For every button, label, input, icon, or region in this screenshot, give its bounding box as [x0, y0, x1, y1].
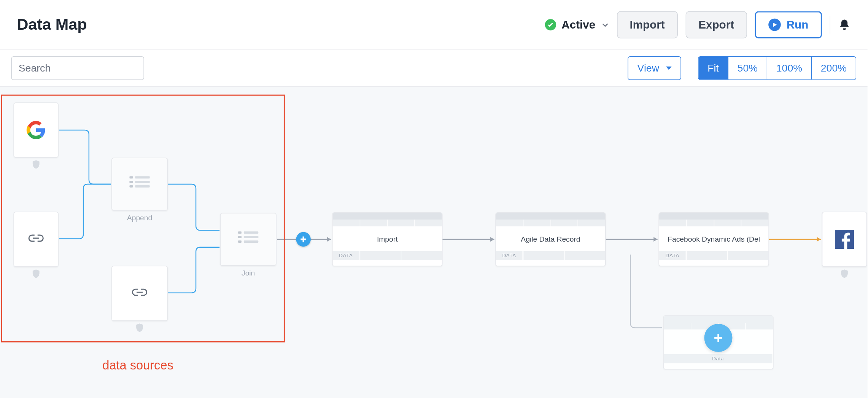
svg-marker-3	[817, 237, 820, 242]
facebook-icon	[835, 230, 854, 249]
stage-facebook-ads[interactable]: Facebook Dynamic Ads (Del DATA	[659, 212, 769, 266]
zoom-group: Fit 50% 100% 200%	[698, 56, 856, 80]
data-tag: Data	[664, 354, 773, 363]
zoom-50-button[interactable]: 50%	[728, 57, 767, 79]
shield-icon	[839, 269, 850, 279]
view-dropdown[interactable]: View	[628, 56, 681, 80]
sub-toolbar: View Fit 50% 100% 200%	[0, 50, 868, 87]
shield-icon	[31, 159, 41, 170]
stage-fb-title: Facebook Dynamic Ads (Del	[659, 226, 768, 251]
divider	[830, 16, 830, 33]
shield-icon	[135, 323, 145, 333]
append-node[interactable]: Append	[111, 158, 168, 210]
status-label: Active	[561, 18, 595, 31]
data-tag: DATA	[659, 251, 686, 260]
chevron-down-icon	[601, 21, 609, 29]
page-title: Data Map	[17, 16, 87, 33]
table-icon	[238, 231, 258, 247]
table-icon	[129, 176, 149, 192]
header-bar: Data Map Active Import Export Run	[0, 0, 868, 50]
shield-icon	[31, 269, 41, 279]
check-circle-icon	[545, 19, 556, 30]
run-label: Run	[787, 18, 809, 31]
source-google[interactable]	[14, 102, 59, 158]
annotation-label: data sources	[102, 358, 173, 373]
svg-marker-2	[653, 237, 657, 242]
add-node-button[interactable]	[296, 232, 310, 247]
bell-icon[interactable]	[838, 19, 851, 31]
run-button[interactable]: Run	[755, 11, 822, 38]
sub-toolbar-right: View Fit 50% 100% 200%	[628, 56, 856, 80]
import-button[interactable]: Import	[617, 11, 677, 38]
link-icon	[26, 232, 46, 247]
stage-import[interactable]: Import DATA	[332, 212, 442, 266]
source-link-1[interactable]	[14, 212, 59, 267]
stage-add-placeholder[interactable]: Data	[663, 315, 773, 369]
join-label: Join	[242, 269, 255, 277]
svg-marker-0	[327, 237, 331, 242]
destination-facebook[interactable]	[822, 212, 867, 267]
export-button[interactable]: Export	[685, 11, 747, 38]
search-input[interactable]	[11, 56, 144, 80]
header-actions: Active Import Export Run	[545, 11, 851, 38]
source-link-2[interactable]	[111, 266, 168, 321]
zoom-fit-button[interactable]: Fit	[698, 57, 728, 79]
flow-canvas[interactable]: Append Join Import DATA Agile Data Recor…	[0, 87, 868, 398]
append-label: Append	[127, 213, 152, 222]
svg-marker-1	[490, 237, 494, 242]
plus-circle-icon[interactable]	[704, 324, 732, 352]
zoom-100-button[interactable]: 100%	[767, 57, 812, 79]
zoom-200-button[interactable]: 200%	[812, 57, 856, 79]
caret-down-icon	[666, 67, 672, 70]
stage-import-title: Import	[333, 226, 442, 251]
stage-agile-title: Agile Data Record	[496, 226, 605, 251]
data-tag: DATA	[333, 251, 360, 260]
join-node[interactable]: Join	[220, 213, 277, 266]
play-circle-icon	[768, 19, 781, 31]
link-icon	[129, 286, 149, 301]
view-label: View	[637, 62, 659, 74]
stage-agile[interactable]: Agile Data Record DATA	[495, 212, 606, 266]
google-icon	[27, 121, 46, 140]
status-dropdown[interactable]: Active	[545, 18, 609, 31]
data-tag: DATA	[496, 251, 523, 260]
